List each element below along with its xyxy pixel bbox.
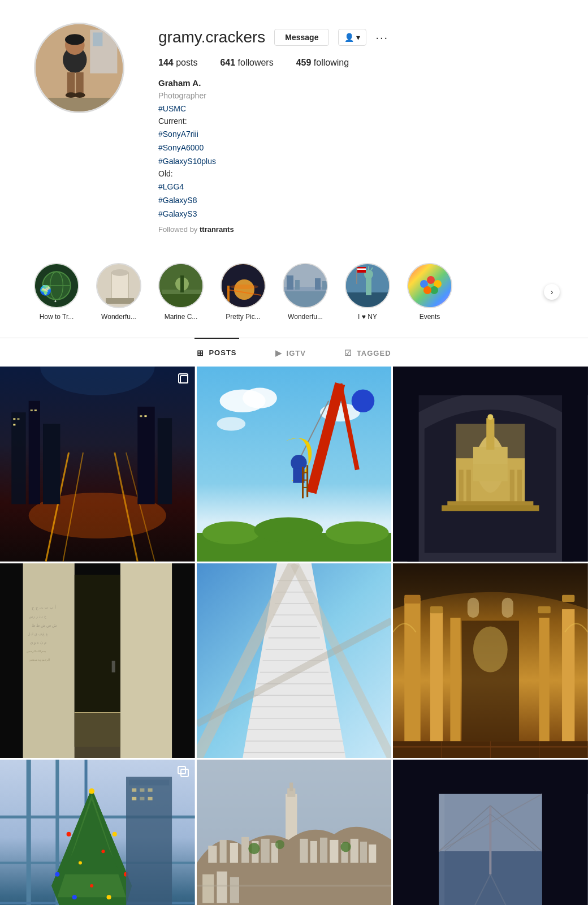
svg-rect-48 bbox=[357, 269, 366, 270]
followed-by-username[interactable]: ttranrants bbox=[200, 225, 234, 234]
svg-rect-229 bbox=[393, 760, 588, 794]
svg-point-28 bbox=[234, 279, 254, 300]
follow-dropdown-button[interactable]: 👤 ▾ bbox=[338, 29, 366, 46]
svg-point-92 bbox=[202, 522, 260, 545]
svg-rect-208 bbox=[261, 839, 269, 863]
story-label-2: Marine C... bbox=[165, 313, 198, 321]
story-item-0[interactable]: 🌍 ✦ How to Tr... bbox=[34, 263, 79, 321]
svg-rect-197 bbox=[181, 769, 188, 777]
svg-point-95 bbox=[351, 390, 374, 413]
story-circle-2 bbox=[158, 263, 204, 308]
tab-igtv[interactable]: ▶ IGTV bbox=[273, 338, 308, 367]
hashtag-galaxys3[interactable]: #GalaxyS3 bbox=[158, 209, 197, 218]
following-stat[interactable]: 459 following bbox=[296, 58, 349, 68]
svg-rect-64 bbox=[137, 407, 154, 504]
message-button[interactable]: Message bbox=[274, 29, 329, 46]
story-item-4[interactable]: Wonderfu... bbox=[283, 263, 328, 321]
hashtag-galaxys8[interactable]: #GalaxyS8 bbox=[158, 196, 197, 205]
svg-rect-211 bbox=[310, 841, 317, 863]
tab-posts[interactable]: ⊞ POSTS bbox=[194, 338, 239, 367]
svg-rect-188 bbox=[126, 777, 172, 905]
tagged-tab-label: TAGGED bbox=[357, 349, 391, 357]
svg-rect-150 bbox=[430, 609, 443, 759]
stories-next-button[interactable]: › bbox=[544, 284, 560, 300]
svg-rect-218 bbox=[202, 874, 214, 903]
svg-point-19 bbox=[111, 269, 128, 276]
svg-rect-2 bbox=[93, 32, 102, 46]
svg-rect-46 bbox=[356, 267, 357, 284]
tagged-tab-icon: ☑ bbox=[344, 348, 352, 357]
svg-point-78 bbox=[243, 388, 277, 408]
svg-rect-153 bbox=[539, 618, 550, 758]
post-8[interactable] bbox=[197, 760, 392, 905]
post-2[interactable] bbox=[197, 367, 392, 562]
post-9[interactable] bbox=[393, 760, 588, 905]
story-item-3[interactable]: Pretty Pic... bbox=[220, 263, 266, 321]
svg-rect-25 bbox=[180, 275, 184, 292]
svg-rect-35 bbox=[287, 275, 293, 290]
tab-tagged[interactable]: ☑ TAGGED bbox=[342, 338, 394, 367]
svg-rect-66 bbox=[13, 418, 15, 420]
posts-tab-icon: ⊞ bbox=[197, 348, 204, 357]
svg-point-54 bbox=[423, 286, 431, 294]
svg-rect-123 bbox=[75, 712, 120, 758]
svg-point-178 bbox=[67, 832, 71, 837]
svg-rect-205 bbox=[230, 843, 237, 863]
svg-point-221 bbox=[248, 843, 260, 854]
svg-rect-22 bbox=[159, 292, 204, 308]
svg-text:م ن ه و ي: م ن ه و ي bbox=[30, 640, 46, 645]
story-circle-5 bbox=[345, 263, 390, 308]
post-6[interactable] bbox=[393, 563, 588, 759]
post-7[interactable] bbox=[0, 760, 195, 905]
story-circle-0: 🌍 ✦ bbox=[34, 263, 79, 308]
story-circle-1 bbox=[96, 263, 141, 308]
svg-rect-36 bbox=[295, 280, 300, 290]
svg-rect-154 bbox=[538, 606, 551, 613]
svg-rect-69 bbox=[31, 410, 33, 411]
svg-rect-195 bbox=[148, 797, 153, 800]
post-1[interactable] bbox=[0, 367, 195, 562]
svg-rect-210 bbox=[300, 839, 308, 863]
hashtag-usmc[interactable]: #USMC bbox=[158, 104, 186, 113]
story-item-5[interactable]: I ♥ NY bbox=[345, 263, 390, 321]
svg-point-223 bbox=[340, 842, 351, 852]
hashtag-sonya6000[interactable]: #SonyA6000 bbox=[158, 143, 204, 152]
svg-rect-61 bbox=[11, 412, 25, 504]
svg-rect-196 bbox=[178, 766, 185, 774]
svg-text:الرحيم وبه نستعين: الرحيم وبه نستعين bbox=[29, 658, 50, 662]
svg-rect-219 bbox=[217, 872, 227, 903]
bio-current-label: Current: bbox=[158, 115, 554, 127]
story-item-6[interactable]: Events bbox=[407, 263, 452, 321]
story-item-1[interactable]: Wonderfu... bbox=[96, 263, 141, 321]
svg-rect-114 bbox=[120, 563, 172, 759]
hashtag-galaxys10plus[interactable]: #GalaxyS10plus bbox=[158, 157, 216, 166]
post-5[interactable] bbox=[197, 563, 392, 759]
post-3[interactable] bbox=[393, 367, 588, 562]
story-item-2[interactable]: Marine C... bbox=[158, 263, 204, 321]
bio-subtitle: Photographer bbox=[158, 90, 554, 102]
posts-stat[interactable]: 144 posts bbox=[158, 58, 197, 68]
hashtag-sonya7riii[interactable]: #SonyA7riii bbox=[158, 130, 198, 139]
svg-rect-18 bbox=[111, 273, 128, 301]
svg-text:ش ص ض ط ظ: ش ص ض ط ظ bbox=[32, 623, 57, 627]
svg-rect-202 bbox=[289, 783, 293, 791]
svg-rect-151 bbox=[430, 606, 443, 613]
post-4[interactable]: أ ب ت ث ج ح خ د ذ ر ز س ش ص ض ط ظ ع غ ف … bbox=[0, 563, 195, 759]
svg-rect-38 bbox=[322, 281, 327, 290]
svg-rect-213 bbox=[330, 840, 338, 863]
avatar bbox=[34, 23, 124, 113]
story-label-0: How to Tr... bbox=[40, 313, 74, 321]
more-options-button[interactable]: ··· bbox=[375, 31, 388, 44]
svg-text:خ د ذ ر ز س: خ د ذ ر ز س bbox=[29, 614, 46, 619]
svg-point-49 bbox=[408, 264, 452, 308]
story-label-4: Wonderfu... bbox=[288, 313, 323, 321]
following-count: 459 bbox=[296, 58, 312, 67]
followers-stat[interactable]: 641 followers bbox=[220, 58, 273, 68]
svg-rect-212 bbox=[320, 838, 327, 863]
hashtag-lgg4[interactable]: #LGG4 bbox=[158, 182, 184, 191]
svg-rect-104 bbox=[517, 469, 522, 504]
svg-point-80 bbox=[217, 417, 245, 430]
svg-rect-68 bbox=[13, 424, 15, 425]
posts-grid: أ ب ت ث ج ح خ د ذ ر ز س ش ص ض ط ظ ع غ ف … bbox=[0, 367, 588, 905]
svg-point-185 bbox=[107, 895, 111, 900]
